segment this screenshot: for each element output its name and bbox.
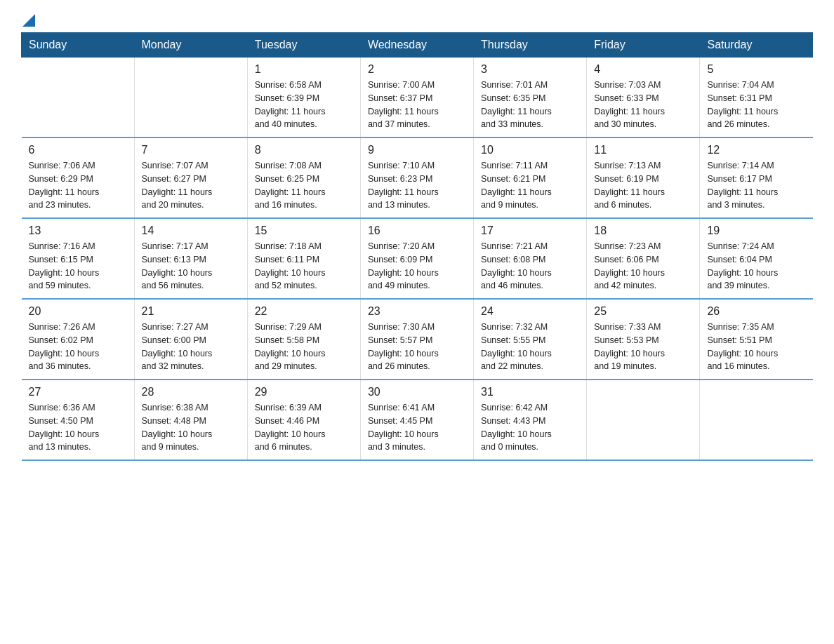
- calendar-cell: 12Sunrise: 7:14 AM Sunset: 6:17 PM Dayli…: [700, 137, 813, 218]
- day-info: Sunrise: 7:33 AM Sunset: 5:53 PM Dayligh…: [594, 321, 692, 373]
- day-number: 11: [594, 144, 692, 156]
- day-info: Sunrise: 7:13 AM Sunset: 6:19 PM Dayligh…: [594, 159, 692, 212]
- page-header: [21, 14, 813, 25]
- calendar-cell: [22, 58, 135, 138]
- calendar-cell: 3Sunrise: 7:01 AM Sunset: 6:35 PM Daylig…: [474, 58, 587, 138]
- day-info: Sunrise: 7:23 AM Sunset: 6:06 PM Dayligh…: [594, 240, 692, 293]
- day-number: 29: [255, 386, 353, 398]
- day-number: 2: [368, 63, 466, 76]
- day-number: 5: [707, 63, 805, 76]
- day-info: Sunrise: 7:08 AM Sunset: 6:25 PM Dayligh…: [255, 159, 353, 212]
- calendar-week-row: 27Sunrise: 6:36 AM Sunset: 4:50 PM Dayli…: [22, 380, 813, 460]
- calendar-cell: 16Sunrise: 7:20 AM Sunset: 6:09 PM Dayli…: [360, 218, 473, 299]
- day-info: Sunrise: 7:18 AM Sunset: 6:11 PM Dayligh…: [255, 240, 353, 293]
- day-number: 26: [707, 305, 805, 318]
- day-number: 30: [368, 386, 466, 398]
- calendar-cell: 27Sunrise: 6:36 AM Sunset: 4:50 PM Dayli…: [22, 380, 135, 460]
- calendar-header-tuesday: Tuesday: [247, 33, 360, 58]
- calendar-header-sunday: Sunday: [22, 33, 135, 58]
- calendar-cell: 31Sunrise: 6:42 AM Sunset: 4:43 PM Dayli…: [474, 380, 587, 460]
- calendar-cell: 1Sunrise: 6:58 AM Sunset: 6:39 PM Daylig…: [247, 58, 360, 138]
- day-info: Sunrise: 6:38 AM Sunset: 4:48 PM Dayligh…: [142, 401, 240, 454]
- calendar-cell: 20Sunrise: 7:26 AM Sunset: 6:02 PM Dayli…: [22, 299, 135, 380]
- day-number: 1: [255, 63, 353, 76]
- day-number: 28: [142, 386, 240, 398]
- day-info: Sunrise: 6:41 AM Sunset: 4:45 PM Dayligh…: [368, 401, 466, 454]
- day-number: 17: [481, 224, 579, 237]
- day-info: Sunrise: 6:36 AM Sunset: 4:50 PM Dayligh…: [29, 401, 127, 454]
- calendar-cell: 21Sunrise: 7:27 AM Sunset: 6:00 PM Dayli…: [134, 299, 247, 380]
- calendar-cell: 13Sunrise: 7:16 AM Sunset: 6:15 PM Dayli…: [22, 218, 135, 299]
- day-number: 13: [29, 224, 127, 237]
- calendar-header-wednesday: Wednesday: [360, 33, 473, 58]
- calendar-cell: 26Sunrise: 7:35 AM Sunset: 5:51 PM Dayli…: [700, 299, 813, 380]
- day-info: Sunrise: 6:42 AM Sunset: 4:43 PM Dayligh…: [481, 401, 579, 454]
- day-info: Sunrise: 7:16 AM Sunset: 6:15 PM Dayligh…: [29, 240, 127, 293]
- day-number: 25: [594, 305, 692, 318]
- day-number: 27: [29, 386, 127, 398]
- calendar-cell: 25Sunrise: 7:33 AM Sunset: 5:53 PM Dayli…: [587, 299, 700, 380]
- day-number: 22: [255, 305, 353, 318]
- day-info: Sunrise: 7:27 AM Sunset: 6:00 PM Dayligh…: [142, 321, 240, 373]
- day-info: Sunrise: 7:11 AM Sunset: 6:21 PM Dayligh…: [481, 159, 579, 212]
- calendar-cell: 17Sunrise: 7:21 AM Sunset: 6:08 PM Dayli…: [474, 218, 587, 299]
- calendar-cell: [700, 380, 813, 460]
- day-info: Sunrise: 7:30 AM Sunset: 5:57 PM Dayligh…: [368, 321, 466, 373]
- day-number: 10: [481, 144, 579, 156]
- day-info: Sunrise: 7:04 AM Sunset: 6:31 PM Dayligh…: [707, 79, 805, 131]
- calendar-cell: 23Sunrise: 7:30 AM Sunset: 5:57 PM Dayli…: [360, 299, 473, 380]
- day-info: Sunrise: 7:06 AM Sunset: 6:29 PM Dayligh…: [29, 159, 127, 212]
- calendar-cell: 24Sunrise: 7:32 AM Sunset: 5:55 PM Dayli…: [474, 299, 587, 380]
- calendar-cell: [587, 380, 700, 460]
- calendar-week-row: 13Sunrise: 7:16 AM Sunset: 6:15 PM Dayli…: [22, 218, 813, 299]
- day-info: Sunrise: 7:21 AM Sunset: 6:08 PM Dayligh…: [481, 240, 579, 293]
- calendar-cell: 15Sunrise: 7:18 AM Sunset: 6:11 PM Dayli…: [247, 218, 360, 299]
- calendar-cell: 6Sunrise: 7:06 AM Sunset: 6:29 PM Daylig…: [22, 137, 135, 218]
- day-info: Sunrise: 7:07 AM Sunset: 6:27 PM Dayligh…: [142, 159, 240, 212]
- calendar-cell: 29Sunrise: 6:39 AM Sunset: 4:46 PM Dayli…: [247, 380, 360, 460]
- day-info: Sunrise: 7:00 AM Sunset: 6:37 PM Dayligh…: [368, 79, 466, 131]
- day-info: Sunrise: 7:24 AM Sunset: 6:04 PM Dayligh…: [707, 240, 805, 293]
- day-number: 15: [255, 224, 353, 237]
- day-info: Sunrise: 6:58 AM Sunset: 6:39 PM Dayligh…: [255, 79, 353, 131]
- svg-marker-0: [22, 14, 35, 27]
- day-number: 7: [142, 144, 240, 156]
- day-number: 31: [481, 386, 579, 398]
- day-number: 24: [481, 305, 579, 318]
- calendar-week-row: 6Sunrise: 7:06 AM Sunset: 6:29 PM Daylig…: [22, 137, 813, 218]
- day-info: Sunrise: 7:10 AM Sunset: 6:23 PM Dayligh…: [368, 159, 466, 212]
- day-number: 19: [707, 224, 805, 237]
- day-info: Sunrise: 7:29 AM Sunset: 5:58 PM Dayligh…: [255, 321, 353, 373]
- calendar-cell: 18Sunrise: 7:23 AM Sunset: 6:06 PM Dayli…: [587, 218, 700, 299]
- day-number: 14: [142, 224, 240, 237]
- day-number: 21: [142, 305, 240, 318]
- day-info: Sunrise: 7:32 AM Sunset: 5:55 PM Dayligh…: [481, 321, 579, 373]
- day-number: 16: [368, 224, 466, 237]
- day-number: 8: [255, 144, 353, 156]
- day-info: Sunrise: 6:39 AM Sunset: 4:46 PM Dayligh…: [255, 401, 353, 454]
- calendar-cell: 19Sunrise: 7:24 AM Sunset: 6:04 PM Dayli…: [700, 218, 813, 299]
- day-number: 12: [707, 144, 805, 156]
- calendar-cell: 10Sunrise: 7:11 AM Sunset: 6:21 PM Dayli…: [474, 137, 587, 218]
- day-info: Sunrise: 7:26 AM Sunset: 6:02 PM Dayligh…: [29, 321, 127, 373]
- calendar-cell: 11Sunrise: 7:13 AM Sunset: 6:19 PM Dayli…: [587, 137, 700, 218]
- day-info: Sunrise: 7:03 AM Sunset: 6:33 PM Dayligh…: [594, 79, 692, 131]
- calendar-cell: 9Sunrise: 7:10 AM Sunset: 6:23 PM Daylig…: [360, 137, 473, 218]
- calendar-cell: 22Sunrise: 7:29 AM Sunset: 5:58 PM Dayli…: [247, 299, 360, 380]
- calendar-cell: 28Sunrise: 6:38 AM Sunset: 4:48 PM Dayli…: [134, 380, 247, 460]
- calendar-header-monday: Monday: [134, 33, 247, 58]
- calendar-cell: 30Sunrise: 6:41 AM Sunset: 4:45 PM Dayli…: [360, 380, 473, 460]
- calendar-cell: 8Sunrise: 7:08 AM Sunset: 6:25 PM Daylig…: [247, 137, 360, 218]
- logo: [21, 14, 35, 25]
- calendar-cell: [134, 58, 247, 138]
- calendar-cell: 5Sunrise: 7:04 AM Sunset: 6:31 PM Daylig…: [700, 58, 813, 138]
- calendar-header-friday: Friday: [587, 33, 700, 58]
- calendar-week-row: 20Sunrise: 7:26 AM Sunset: 6:02 PM Dayli…: [22, 299, 813, 380]
- day-info: Sunrise: 7:01 AM Sunset: 6:35 PM Dayligh…: [481, 79, 579, 131]
- calendar-table: SundayMondayTuesdayWednesdayThursdayFrid…: [21, 32, 813, 461]
- calendar-header-row: SundayMondayTuesdayWednesdayThursdayFrid…: [22, 33, 813, 58]
- day-info: Sunrise: 7:17 AM Sunset: 6:13 PM Dayligh…: [142, 240, 240, 293]
- calendar-cell: 4Sunrise: 7:03 AM Sunset: 6:33 PM Daylig…: [587, 58, 700, 138]
- day-info: Sunrise: 7:20 AM Sunset: 6:09 PM Dayligh…: [368, 240, 466, 293]
- day-number: 6: [29, 144, 127, 156]
